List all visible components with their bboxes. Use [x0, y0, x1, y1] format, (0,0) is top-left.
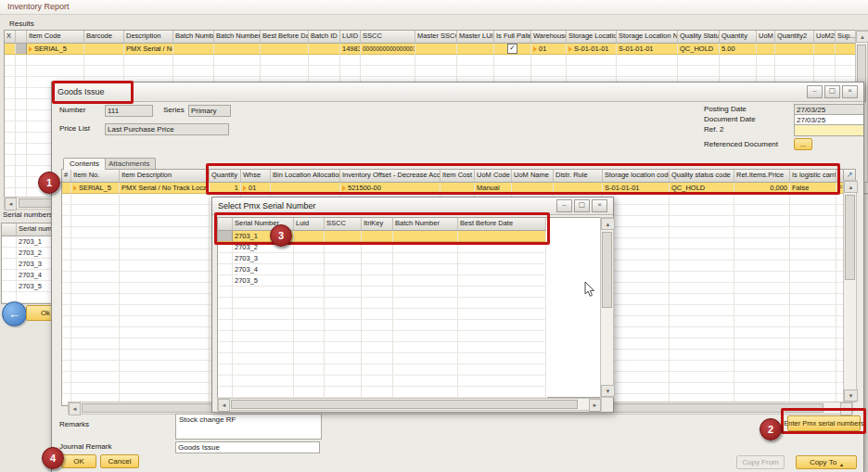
empty-row: [218, 387, 547, 398]
scroll-up-icon[interactable]: ▲: [844, 181, 858, 193]
referenced-document-button[interactable]: ...: [794, 138, 812, 150]
copy-from-button[interactable]: Copy From: [736, 455, 785, 469]
ok-button[interactable]: OK: [61, 454, 96, 468]
link-arrow-icon[interactable]: [29, 46, 32, 52]
grid-header-row: Serial Number Luid SSCC ItriKey Batch Nu…: [218, 218, 547, 231]
dialog-title: Select Pmx Serial Number: [218, 201, 316, 210]
price-list-label: Price List: [59, 124, 90, 133]
link-arrow-icon[interactable]: [73, 185, 77, 191]
close-icon[interactable]: ×: [842, 85, 858, 98]
grid-vertical-scrollbar[interactable]: ▲ ▼: [843, 180, 857, 402]
dropdown-icon: ▴: [840, 461, 843, 467]
empty-row: [218, 287, 547, 298]
row-selector[interactable]: [218, 231, 233, 242]
window-title: Goods Issue: [57, 87, 105, 96]
empty-row: [218, 298, 547, 309]
cancel-button[interactable]: Cancel: [100, 454, 139, 468]
ref2-label: Ref. 2: [704, 125, 723, 134]
number-label: Number: [59, 106, 85, 114]
inventory-report-titlebar: Inventory Report: [0, 0, 868, 15]
results-label: Results: [9, 19, 34, 28]
empty-row: [218, 320, 547, 331]
scroll-down-icon[interactable]: ▼: [601, 385, 615, 397]
row-selector[interactable]: [16, 44, 27, 55]
price-list-field[interactable]: Last Purchase Price: [105, 123, 229, 135]
number-field[interactable]: 111: [105, 105, 153, 117]
scroll-left-icon[interactable]: ◄: [69, 402, 81, 415]
minimize-icon[interactable]: –: [556, 199, 572, 212]
back-arrow-icon: ←: [8, 307, 20, 321]
dialog-vertical-scrollbar[interactable]: ▲ ▼: [600, 217, 614, 398]
serial-row-selected[interactable]: 2703_1: [218, 231, 547, 242]
scroll-left-icon[interactable]: ◄: [218, 399, 230, 412]
scroll-up-icon[interactable]: ▲: [856, 31, 868, 43]
scroll-right-icon[interactable]: ►: [589, 399, 601, 412]
grid-header-row: # Item No. Item Description Quantity Whs…: [62, 170, 845, 183]
link-arrow-icon[interactable]: [533, 46, 537, 52]
goods-issue-data-row[interactable]: SERIAL_5 PMX Serial / No Track Location …: [62, 183, 845, 194]
results-data-row[interactable]: SERIAL_5 PMX Serial / No Track Location …: [5, 44, 856, 55]
scroll-right-icon[interactable]: ►: [840, 402, 852, 415]
scrollbar-thumb[interactable]: [231, 400, 578, 409]
empty-row: [218, 364, 547, 376]
annotation-step-3: 3: [270, 224, 292, 247]
back-button[interactable]: ←: [2, 301, 27, 326]
ref2-field[interactable]: [794, 124, 864, 136]
tab-contents[interactable]: Contents: [63, 158, 106, 170]
annotation-step-1: 1: [38, 172, 60, 194]
scrollbar-thumb[interactable]: [602, 232, 612, 308]
enter-pmx-serial-numbers-button[interactable]: Enter Pmx serial numbers: [787, 415, 861, 431]
annotation-step-4: 4: [42, 447, 64, 469]
serial-numbers-panel-title: Serial numbers: [3, 210, 53, 219]
close-icon[interactable]: ×: [592, 199, 607, 212]
remarks-textarea[interactable]: Stock change RF: [175, 414, 322, 440]
empty-row: [218, 309, 547, 320]
empty-row: [5, 66, 856, 77]
empty-row: [218, 331, 547, 342]
serial-selection-grid: Serial Number Luid SSCC ItriKey Batch Nu…: [217, 217, 547, 399]
journal-remark-field[interactable]: Goods Issue: [175, 441, 320, 453]
dialog-horizontal-scrollbar[interactable]: ◄ ►: [217, 398, 602, 411]
select-pmx-titlebar: Select Pmx Serial Number – ▢ ×: [212, 198, 613, 215]
empty-row: [218, 376, 547, 387]
series-select[interactable]: Primary: [188, 105, 231, 117]
serial-row[interactable]: 2703_5: [218, 275, 547, 287]
scrollbar-thumb[interactable]: [845, 195, 855, 280]
scroll-left-icon[interactable]: ◄: [5, 198, 17, 210]
copy-to-button[interactable]: Copy To ▴: [796, 455, 857, 469]
serial-row[interactable]: 2703_2: [218, 242, 547, 253]
maximize-icon[interactable]: ▢: [574, 199, 590, 212]
minimize-icon[interactable]: –: [807, 85, 823, 98]
empty-row: [218, 353, 547, 364]
link-arrow-icon[interactable]: [243, 185, 247, 191]
series-label: Series: [163, 106, 185, 114]
journal-remark-label: Journal Remark: [59, 442, 111, 451]
scroll-down-icon[interactable]: ▼: [844, 389, 858, 402]
serial-row[interactable]: 2703_3: [218, 253, 547, 264]
link-arrow-icon[interactable]: [342, 185, 346, 191]
serial-row[interactable]: 2703_4: [218, 264, 547, 275]
is-full-pallet-checkbox[interactable]: ✓: [507, 44, 517, 54]
document-date-label: Document Date: [704, 115, 756, 123]
empty-row: [5, 55, 856, 66]
scroll-up-icon[interactable]: ▲: [601, 218, 615, 230]
posting-date-label: Posting Date: [704, 105, 747, 113]
window-title: Inventory Report: [7, 2, 70, 11]
results-header-row: X Item Code Barcode Description Batch Nu…: [5, 31, 856, 44]
referenced-document-label: Referenced Document: [704, 140, 778, 148]
annotation-step-2: 2: [760, 418, 782, 440]
goods-issue-titlebar: Goods Issue – ▢ ×: [52, 83, 863, 102]
empty-row: [218, 342, 547, 353]
link-arrow-icon[interactable]: [568, 46, 572, 52]
remarks-label: Remarks: [59, 420, 89, 428]
maximize-icon[interactable]: ▢: [824, 85, 840, 98]
